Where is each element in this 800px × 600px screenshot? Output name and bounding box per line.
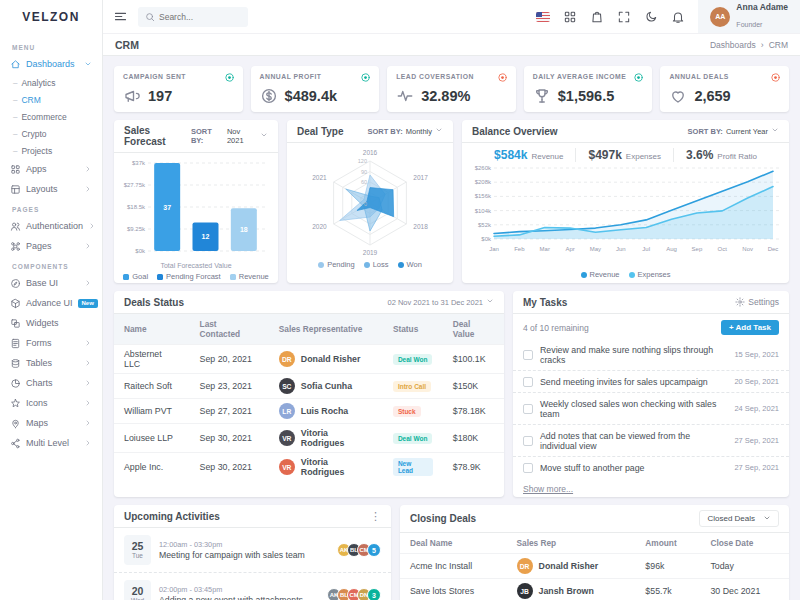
search-icon: [145, 12, 155, 22]
user-menu[interactable]: AA Anna Adame Founder: [698, 0, 800, 33]
show-more-link[interactable]: Show more...: [513, 481, 583, 497]
activities-list: 25Tue12:00am - 03:30pmMeeting for campai…: [114, 528, 391, 600]
chevron-down-icon: [486, 297, 494, 305]
sidebar-item-charts[interactable]: Charts: [0, 373, 102, 393]
moon-icon: [644, 10, 658, 24]
sidebar-subitem-ecommerce[interactable]: –Ecommerce: [0, 108, 102, 125]
chevron-down-icon: [771, 126, 779, 134]
task-text: Move stuff to another page: [540, 463, 727, 473]
svg-text:2017: 2017: [413, 174, 428, 181]
task-checkbox[interactable]: [523, 463, 533, 473]
sidebar-item-base-ui[interactable]: Base UI: [0, 273, 102, 293]
target-icon: [633, 72, 644, 83]
legend-item: Expenses: [629, 270, 671, 279]
notifications-button[interactable]: [671, 10, 685, 24]
dark-mode-button[interactable]: [644, 10, 658, 24]
line-chart-svg: $0k$52k$104k$156k$208k$260kJanFebMarAprM…: [468, 163, 781, 263]
user-role: Founder: [736, 21, 762, 28]
svg-text:$18.5k: $18.5k: [127, 204, 146, 210]
search-box[interactable]: [138, 7, 248, 27]
sidebar-subitem-projects[interactable]: –Projects: [0, 142, 102, 159]
sales-forecast-sort-dropdown[interactable]: SORT BY:Nov 2021: [191, 127, 268, 145]
sidebar-item-icons[interactable]: Icons: [0, 393, 102, 413]
sidebar-item-advance-ui[interactable]: Advance UINew: [0, 293, 102, 313]
closing-deals-filter-select[interactable]: Closed Deals: [699, 510, 779, 527]
task-checkbox[interactable]: [523, 404, 533, 414]
activity-time: 02:00pm - 03:45pm: [159, 585, 323, 594]
sidebar-item-forms[interactable]: Forms: [0, 333, 102, 353]
command-icon: [10, 241, 21, 252]
dash-marker: –: [13, 146, 17, 155]
add-task-button[interactable]: + Add Task: [721, 320, 779, 335]
cart-button[interactable]: [590, 10, 604, 24]
sidebar-item-tables[interactable]: Tables: [0, 353, 102, 373]
column-header: Close Date: [700, 533, 789, 554]
deals-date-range-dropdown[interactable]: 02 Nov 2021 to 31 Dec 2021: [388, 297, 495, 307]
status-badge: New Lead: [393, 458, 433, 476]
chevron-right-icon: [84, 399, 92, 407]
sidebar-item-dashboards[interactable]: Dashboards: [0, 54, 102, 74]
tasks-settings-button[interactable]: Settings: [735, 297, 779, 307]
deal-name: Absternet LLC: [114, 345, 190, 374]
sales-rep: VRVitoria Rodrigues: [269, 424, 383, 453]
svg-text:12: 12: [202, 233, 210, 240]
last-contacted: Sep 20, 2021: [190, 345, 269, 374]
svg-text:$208k: $208k: [475, 179, 492, 185]
sidebar-subitem-label: CRM: [21, 95, 40, 105]
sales-rep: JBJansh Brown: [507, 579, 636, 600]
task-checkbox[interactable]: [523, 377, 533, 387]
sidebar-item-pages[interactable]: Pages: [0, 236, 102, 256]
column-header: Sales Representative: [269, 314, 383, 345]
fullscreen-button[interactable]: [617, 10, 631, 24]
sidebar-item-maps[interactable]: Maps: [0, 413, 102, 433]
language-flag-button[interactable]: [536, 12, 550, 22]
summary-label: Profit Ratio: [717, 152, 757, 161]
sidebar-item-label: Multi Level: [26, 438, 79, 448]
apps-grid-button[interactable]: [563, 10, 577, 24]
sidebar-item-authentication[interactable]: Authentication: [0, 216, 102, 236]
avatar-count-badge: 5: [367, 543, 381, 557]
sales-rep: DRDonald Risher: [507, 554, 636, 579]
stat-value: 32.89%: [421, 88, 470, 104]
svg-text:Jun: Jun: [616, 246, 626, 252]
close-date: 30 Dec 2021: [700, 579, 789, 600]
balance-overview-sort-dropdown[interactable]: SORT BY:Current Year: [688, 126, 779, 136]
share-icon: [10, 438, 21, 449]
deal-type-sort-dropdown[interactable]: SORT BY:Monthly: [367, 126, 443, 136]
chevron-right-icon: [84, 359, 92, 367]
task-date: 15 Sep, 2021: [734, 350, 779, 359]
chevron-right-icon: [84, 379, 92, 387]
breadcrumb-parent[interactable]: Dashboards: [710, 40, 756, 50]
compass-icon: [10, 278, 21, 289]
sales-forecast-title: Sales Forecast: [124, 125, 191, 147]
sidebar-item-label: Maps: [26, 418, 79, 428]
sidebar-subitem-analytics[interactable]: –Analytics: [0, 74, 102, 91]
task-date: 20 Sep, 2021: [734, 377, 779, 386]
task-checkbox[interactable]: [523, 436, 533, 446]
sidebar-item-multi-level[interactable]: Multi Level: [0, 433, 102, 453]
chevron-down-icon: [435, 126, 443, 136]
settings-label: Settings: [748, 297, 779, 307]
activities-menu-button[interactable]: ⋮: [370, 511, 381, 522]
svg-text:$104k: $104k: [475, 208, 492, 214]
sidebar-item-apps[interactable]: Apps: [0, 159, 102, 179]
task-text: Send meeting invites for sales upcampaig…: [540, 377, 727, 387]
sidebar-item-layouts[interactable]: Layouts: [0, 179, 102, 199]
sidebar-subitem-crm[interactable]: –CRM: [0, 91, 102, 108]
svg-text:$0k: $0k: [481, 236, 492, 242]
deals-status-card: Deals Status 02 Nov 2021 to 31 Dec 2021 …: [114, 291, 504, 497]
svg-text:37: 37: [163, 204, 171, 211]
task-checkbox[interactable]: [523, 350, 533, 360]
chevron-down-icon: [260, 131, 268, 139]
menu-toggle-button[interactable]: [113, 9, 128, 24]
task-text: Weekly closed sales won checking with sa…: [540, 399, 727, 419]
stat-label: ANNUAL PROFIT: [260, 73, 371, 80]
chevron-down-icon: [435, 126, 443, 134]
brand-logo[interactable]: VELZON: [0, 0, 102, 33]
sidebar-subitem-crypto[interactable]: –Crypto: [0, 125, 102, 142]
sidebar-item-widgets[interactable]: Widgets: [0, 313, 102, 333]
sidebar-subitem-label: Ecommerce: [21, 112, 66, 122]
legend-item: Revenue: [230, 272, 269, 281]
search-input[interactable]: [159, 12, 239, 22]
close-date: Today: [700, 554, 789, 579]
